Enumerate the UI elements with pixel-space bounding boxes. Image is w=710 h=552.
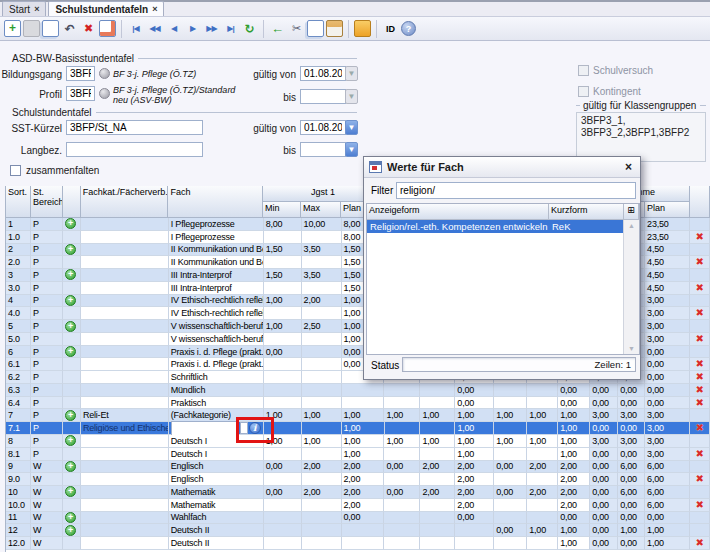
add-subrow-icon[interactable]: + <box>65 295 76 306</box>
column-chooser-icon[interactable]: ⊞ <box>624 204 639 220</box>
dialog-title-bar[interactable]: Werte für Fach × <box>364 157 640 178</box>
gueltig-von-field-s1[interactable] <box>300 66 346 81</box>
paste-icon[interactable] <box>326 20 343 37</box>
bis-field-s1[interactable] <box>300 89 346 104</box>
profil-picker-icon[interactable] <box>99 88 110 99</box>
column-header-max[interactable]: Max <box>301 202 341 218</box>
table-row-9[interactable]: 9W+Englisch0,002,002,000,002,002,000,002… <box>6 461 710 474</box>
cell-st-bereich: W <box>31 499 63 512</box>
column-header-st-bereich[interactable]: St.Bereich <box>31 186 63 218</box>
refresh-icon[interactable]: ↻ <box>241 20 258 37</box>
table-row-7.1[interactable]: 7.1PReligiöse und Ethische Ko...i1,001,0… <box>6 422 710 435</box>
add-subrow-icon[interactable]: + <box>65 512 76 523</box>
scroll-down-icon[interactable]: ▼ <box>628 343 635 354</box>
table-row-12.0[interactable]: 12.0WDeutsch II1,000,000,001,00✖ <box>6 537 710 550</box>
help-icon[interactable]: ? <box>401 21 416 36</box>
first-record-icon[interactable]: |◀ <box>127 20 144 37</box>
add-subrow-icon[interactable]: + <box>65 346 76 357</box>
cell-st-bereich: P <box>31 435 63 448</box>
back-arrow-icon[interactable]: ← <box>269 20 286 37</box>
delete-row-icon[interactable]: ✖ <box>695 449 703 459</box>
table-edit-icon[interactable] <box>99 20 116 37</box>
column-header-icon[interactable] <box>63 186 81 218</box>
add-subrow-icon[interactable]: + <box>65 525 76 536</box>
copy-icon[interactable] <box>307 20 324 37</box>
add-subrow-icon[interactable]: + <box>65 269 76 280</box>
folder-icon[interactable] <box>354 20 371 37</box>
add-subrow-icon[interactable]: + <box>65 486 76 497</box>
table-row-6.4[interactable]: 6.4PPraktisch0,000,000,000,000,00✖ <box>6 397 710 410</box>
delete-row-icon[interactable]: ✖ <box>695 359 703 369</box>
add-subrow-icon[interactable]: + <box>65 435 76 446</box>
table-row-7[interactable]: 7P+Reli-Et(Fachkategorie)1,001,001,001,0… <box>6 409 710 422</box>
table-row-10[interactable]: 10W+Mathematik0,002,002,000,002,002,000,… <box>6 486 710 499</box>
duplicate-record-icon[interactable] <box>42 20 59 37</box>
column-header-plan[interactable]: Plan <box>645 202 690 218</box>
delete-row-icon[interactable]: ✖ <box>695 500 703 510</box>
delete-row-icon[interactable]: ✖ <box>695 308 703 318</box>
new-record-icon[interactable]: + <box>4 20 21 37</box>
delete-row-icon[interactable]: ✖ <box>695 538 703 548</box>
add-subrow-icon[interactable]: + <box>65 321 76 332</box>
last-record-icon[interactable]: ▶| <box>222 20 239 37</box>
gueltig-von-field-s2[interactable] <box>300 120 346 135</box>
delete-row-icon[interactable]: ✖ <box>695 385 703 395</box>
langbez-field[interactable] <box>66 142 203 157</box>
delete-row-icon[interactable]: ✖ <box>695 372 703 382</box>
scrollbar[interactable]: ▲ ▼ <box>623 220 639 354</box>
add-subrow-icon[interactable]: + <box>65 244 76 255</box>
bildungsgang-picker-icon[interactable] <box>99 68 110 79</box>
tab-start[interactable]: Start× <box>2 1 46 16</box>
tab-close-icon[interactable]: × <box>34 5 39 14</box>
gueltig-von-dropdown-s2-icon[interactable]: ▼ <box>345 120 358 135</box>
sst-kuerzel-field[interactable] <box>66 120 203 135</box>
delete-row-icon[interactable]: ✖ <box>695 283 703 293</box>
bis-field-s2[interactable] <box>300 142 346 157</box>
cut-icon[interactable]: ✂ <box>288 20 305 37</box>
delete-record-icon[interactable]: ✖ <box>80 20 97 37</box>
delete-row-icon[interactable]: ✖ <box>695 398 703 408</box>
bis-dropdown-s2-icon[interactable]: ▼ <box>345 142 358 157</box>
column-header-delete[interactable] <box>690 186 710 218</box>
value-list-row[interactable]: Religion/rel.-eth. Kompetenzen entwickel… <box>367 220 639 233</box>
delete-row-icon[interactable]: ✖ <box>695 232 703 242</box>
add-subrow-icon[interactable]: + <box>65 410 76 421</box>
anzeigeform-column-header[interactable]: Anzeigeform <box>367 204 549 220</box>
undo-icon[interactable]: ↶ <box>61 20 78 37</box>
previous-record-icon[interactable]: ◀ <box>165 20 182 37</box>
fach-edit-input[interactable] <box>171 421 239 436</box>
delete-row-icon[interactable]: ✖ <box>695 423 703 433</box>
table-row-9.0[interactable]: 9.0WEnglisch2,002,002,000,000,006,00✖ <box>6 473 710 486</box>
tab-close-icon[interactable]: × <box>152 5 157 14</box>
filter-input[interactable] <box>396 182 636 199</box>
column-header-sort[interactable]: Sort. <box>6 186 31 218</box>
zusammenfalten-checkbox[interactable] <box>10 165 21 176</box>
kurzform-column-header[interactable]: Kurzform <box>549 204 624 220</box>
table-row-8.1[interactable]: 8.1PDeutsch I1,001,001,000,000,003,00✖ <box>6 448 710 461</box>
tab-schulstundentafeln[interactable]: Schulstundentafeln× <box>48 1 164 16</box>
id-icon[interactable]: ID <box>382 20 399 37</box>
table-row-8[interactable]: 8P+Deutsch I1,001,001,001,001,001,001,00… <box>6 435 710 448</box>
table-row-11[interactable]: 11W+Wahlfach0,000,000,000,000,000,00 <box>6 512 710 525</box>
bildungsgang-field[interactable] <box>66 66 95 81</box>
add-subrow-icon[interactable]: + <box>65 218 76 229</box>
column-header-fach[interactable]: Fach <box>168 186 263 218</box>
cell-fach: III Intra-Interprof <box>169 282 264 295</box>
fast-forward-icon[interactable]: ▶▶ <box>203 20 220 37</box>
table-row-12[interactable]: 12W+Deutsch II0,001,001,000,001,001,00 <box>6 524 710 537</box>
table-row-6.3[interactable]: 6.3PMündlich0,000,000,000,000,00✖ <box>6 384 710 397</box>
column-header-fachkat[interactable]: Fachkat./Fächerverb. <box>81 186 169 218</box>
profil-field[interactable] <box>66 86 95 101</box>
fast-back-icon[interactable]: ◀◀ <box>146 20 163 37</box>
dialog-close-icon[interactable]: × <box>622 160 635 174</box>
column-header-min[interactable]: Min <box>263 202 301 218</box>
cell-value: 2,00 <box>558 486 590 499</box>
delete-row-icon[interactable]: ✖ <box>695 334 703 344</box>
add-subrow-icon[interactable]: + <box>65 461 76 472</box>
next-record-icon[interactable]: ▶ <box>184 20 201 37</box>
save-icon[interactable] <box>23 20 40 37</box>
scroll-up-icon[interactable]: ▲ <box>628 220 635 231</box>
delete-row-icon[interactable]: ✖ <box>695 257 703 267</box>
table-row-10.0[interactable]: 10.0WMathematik2,002,002,000,000,006,00✖ <box>6 499 710 512</box>
delete-row-icon[interactable]: ✖ <box>695 474 703 484</box>
